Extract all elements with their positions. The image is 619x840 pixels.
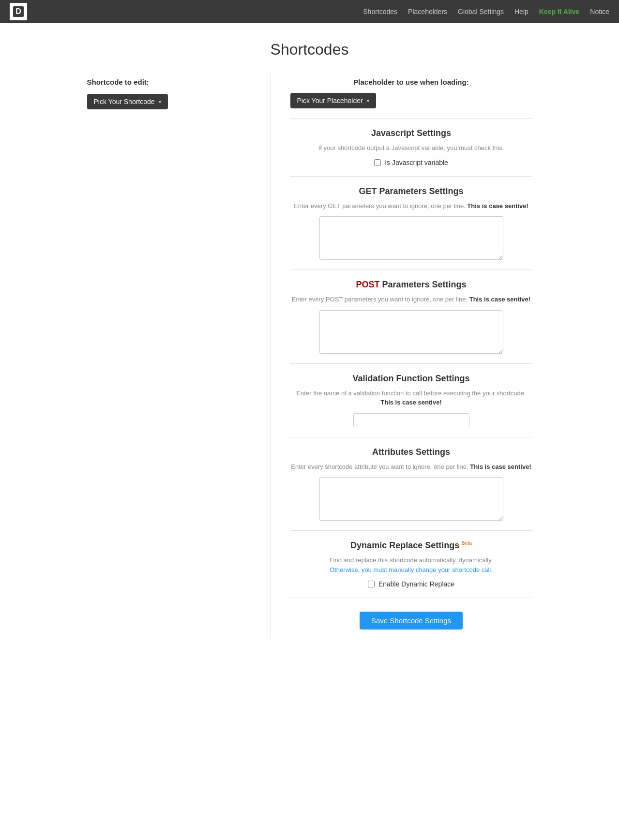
navbar: D Shortcodes Placeholders Global Setting… (0, 0, 619, 23)
javascript-variable-label[interactable]: Is Javascript variable (385, 159, 448, 166)
validation-function-desc: Enter the name of a validation function … (290, 389, 532, 407)
post-title-normal: Parameters Settings (379, 280, 466, 289)
dynamic-replace-desc: Find and replace this shortcode automati… (290, 555, 532, 574)
pick-placeholder-caret: ▾ (367, 98, 369, 104)
page-title: Shortcodes (0, 23, 619, 73)
dynamic-replace-checkbox-row: Enable Dynamic Replace (290, 580, 532, 588)
post-title-highlight: POST (356, 280, 379, 289)
post-parameters-textarea[interactable] (319, 310, 503, 354)
dynamic-replace-section: Dynamic Replace SettingsBeta Find and re… (290, 531, 532, 598)
javascript-variable-checkbox[interactable] (374, 159, 381, 166)
pick-shortcode-button[interactable]: Pick Your Shortcode ▾ (87, 94, 168, 109)
attributes-settings-textarea[interactable] (319, 477, 503, 521)
nav-shortcodes[interactable]: Shortcodes (363, 8, 397, 15)
pick-placeholder-label: Pick Your Placeholder (297, 97, 363, 105)
pick-shortcode-caret: ▾ (159, 99, 161, 105)
get-parameters-desc: Enter every GET parameters you want to i… (290, 201, 532, 211)
post-parameters-desc: Enter every POST parameters you want to … (290, 295, 532, 304)
logo[interactable]: D (10, 3, 27, 20)
pick-placeholder-button[interactable]: Pick Your Placeholder ▾ (290, 93, 376, 108)
javascript-settings-section: Javascript Settings If your shortcode ou… (290, 119, 532, 177)
get-parameters-textarea[interactable] (319, 216, 503, 260)
logo-letter: D (15, 8, 21, 15)
nav-placeholders[interactable]: Placeholders (408, 8, 447, 15)
beta-badge: Beta (461, 540, 472, 546)
left-column: Shortcode to edit: Pick Your Shortcode ▾ (87, 73, 271, 639)
nav-keep-alive[interactable]: Keep It Alive (539, 8, 580, 15)
dynamic-replace-title-text: Dynamic Replace Settings (350, 540, 459, 550)
attributes-settings-desc-bold: This is case sentive! (470, 463, 531, 470)
get-parameters-title: GET Parameters Settings (290, 186, 532, 196)
dynamic-replace-title: Dynamic Replace SettingsBeta (290, 540, 532, 551)
attributes-settings-desc: Enter every shortcode attribute you want… (290, 462, 532, 472)
dynamic-replace-desc1: Find and replace this shortcode automati… (330, 556, 493, 564)
post-parameters-desc-text: Enter every POST parameters you want to … (292, 296, 469, 303)
get-parameters-desc-bold: This is case sentive! (467, 202, 528, 210)
javascript-settings-desc: If your shortcode output a Javascript va… (290, 143, 532, 153)
post-parameters-desc-bold: This is case sentive! (469, 296, 530, 303)
validation-function-desc-text: Enter the name of a validation function … (296, 390, 526, 397)
save-section: Save Shortcode Settings (290, 598, 532, 634)
right-column: Placeholder to use when loading: Pick Yo… (271, 73, 532, 639)
placeholder-label: Placeholder to use when loading: (290, 78, 532, 86)
attributes-settings-desc-text: Enter every shortcode attribute you want… (291, 463, 470, 470)
attributes-settings-title: Attributes Settings (290, 447, 532, 457)
validation-function-section: Validation Function Settings Enter the n… (290, 364, 532, 437)
dynamic-replace-checkbox[interactable] (368, 581, 375, 587)
post-parameters-title: POST Parameters Settings (290, 280, 532, 290)
pick-shortcode-label: Pick Your Shortcode (94, 98, 155, 105)
nav-links: Shortcodes Placeholders Global Settings … (363, 7, 609, 16)
validation-function-title: Validation Function Settings (290, 374, 532, 384)
validation-function-desc-bold: This is case sentive! (380, 399, 441, 406)
post-parameters-section: POST Parameters Settings Enter every POS… (290, 270, 532, 364)
placeholder-section: Placeholder to use when loading: Pick Yo… (290, 78, 532, 119)
javascript-checkbox-row: Is Javascript variable (290, 159, 532, 166)
shortcode-label: Shortcode to edit: (87, 78, 251, 86)
get-parameters-section: GET Parameters Settings Enter every GET … (290, 177, 532, 270)
nav-global-settings[interactable]: Global Settings (458, 8, 504, 15)
nav-help[interactable]: Help (514, 8, 528, 15)
get-parameters-desc-text: Enter every GET parameters you want to i… (294, 202, 467, 210)
nav-notice[interactable]: Notice (590, 8, 609, 15)
main-layout: Shortcode to edit: Pick Your Shortcode ▾… (77, 73, 542, 668)
validation-function-input[interactable] (353, 413, 469, 427)
save-button[interactable]: Save Shortcode Settings (360, 612, 463, 630)
dynamic-replace-label[interactable]: Enable Dynamic Replace (378, 580, 454, 588)
attributes-settings-section: Attributes Settings Enter every shortcod… (290, 437, 532, 531)
javascript-settings-title: Javascript Settings (290, 128, 532, 138)
dynamic-replace-link[interactable]: Otherwise, you must manually change your… (330, 566, 493, 573)
